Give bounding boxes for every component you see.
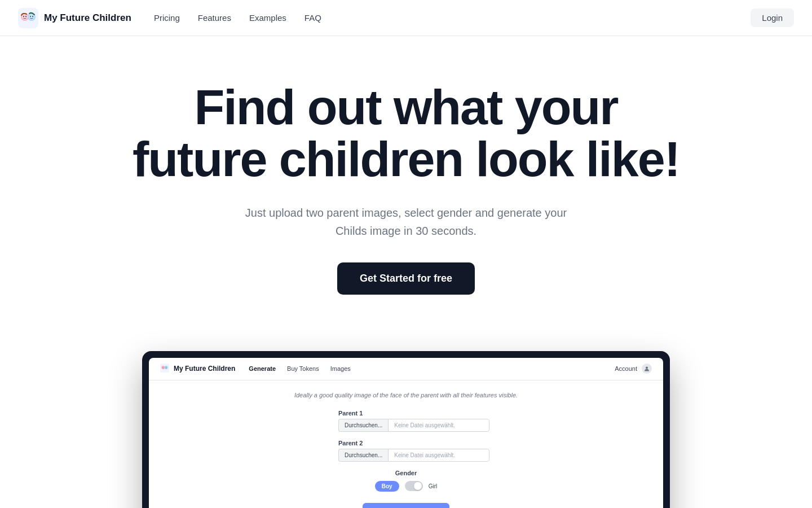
cta-button[interactable]: Get Started for free <box>337 262 475 295</box>
hero-subtitle-line1: Just upload two parent images, select ge… <box>245 207 567 219</box>
parent1-file-placeholder: Keine Datei ausgewählt. <box>388 419 489 432</box>
svg-point-6 <box>25 16 27 17</box>
hero-title: Find out what your future children look … <box>124 81 688 186</box>
svg-point-8 <box>32 16 33 17</box>
app-nav-generate[interactable]: Generate <box>249 365 276 372</box>
svg-point-11 <box>165 366 168 369</box>
gender-section: Gender Boy Girl <box>171 470 641 492</box>
app-preview-container: My Future Children Generate Buy Tokens I… <box>124 351 688 508</box>
hero-section: Find out what your future children look … <box>0 36 812 317</box>
nav-link-features[interactable]: Features <box>198 13 231 23</box>
app-nav-images[interactable]: Images <box>330 365 351 372</box>
brand-logo-container[interactable]: My Future Children <box>18 8 131 28</box>
preview-frame: My Future Children Generate Buy Tokens I… <box>142 351 670 508</box>
app-nav-links: Generate Buy Tokens Images <box>249 365 350 372</box>
hero-subtitle: Just upload two parent images, select ge… <box>18 204 794 240</box>
parent1-file-choose-btn[interactable]: Durchsuchen... <box>338 419 388 432</box>
svg-point-13 <box>164 367 164 367</box>
app-navbar-right: Account <box>615 364 652 374</box>
main-navbar: My Future Children Pricing Features Exam… <box>0 0 812 36</box>
nav-link-pricing[interactable]: Pricing <box>154 13 180 23</box>
svg-point-10 <box>161 366 165 369</box>
parent2-file-input-row: Durchsuchen... Keine Datei ausgewählt. <box>338 449 489 462</box>
nav-links-container: Pricing Features Examples FAQ <box>154 13 321 23</box>
gender-boy-tag: Boy <box>375 481 399 492</box>
parent2-label: Parent 2 <box>338 440 489 446</box>
svg-point-5 <box>23 16 24 17</box>
parent2-file-choose-btn[interactable]: Durchsuchen... <box>338 449 388 462</box>
nav-link-examples[interactable]: Examples <box>249 13 286 23</box>
gender-girl-text: Girl <box>429 483 438 489</box>
app-form-content: Ideally a good quality image of the face… <box>149 380 663 508</box>
svg-point-15 <box>166 367 167 367</box>
svg-point-12 <box>162 367 163 367</box>
brand-name-text: My Future Children <box>44 12 131 24</box>
app-nav-buy-tokens[interactable]: Buy Tokens <box>287 365 319 372</box>
parent1-form-group: Parent 1 Durchsuchen... Keine Datei ausg… <box>338 410 489 432</box>
login-button[interactable]: Login <box>751 8 794 27</box>
hero-subtitle-line2: Childs image in 30 seconds. <box>336 225 476 237</box>
gender-toggle-row: Boy Girl <box>375 481 437 492</box>
gender-label: Gender <box>395 470 417 476</box>
svg-point-14 <box>165 367 166 367</box>
app-brand-logo-icon <box>160 364 169 374</box>
navbar-right: Login <box>751 8 794 27</box>
app-account-icon[interactable] <box>642 364 652 374</box>
form-section: Parent 1 Durchsuchen... Keine Datei ausg… <box>338 410 474 470</box>
generate-image-button[interactable]: Generate Image <box>363 503 449 508</box>
app-brand: My Future Children <box>160 364 235 374</box>
brand-logo-icon <box>18 8 38 28</box>
preview-inner: My Future Children Generate Buy Tokens I… <box>149 358 663 508</box>
parent1-label: Parent 1 <box>338 410 489 417</box>
parent2-form-group: Parent 2 Durchsuchen... Keine Datei ausg… <box>338 440 489 462</box>
app-navbar: My Future Children Generate Buy Tokens I… <box>149 358 663 380</box>
app-account-label[interactable]: Account <box>615 365 637 372</box>
parent1-file-input-row: Durchsuchen... Keine Datei ausgewählt. <box>338 419 489 432</box>
nav-link-faq[interactable]: FAQ <box>304 13 321 23</box>
app-brand-name: My Future Children <box>174 365 235 373</box>
svg-point-7 <box>30 16 31 17</box>
app-description: Ideally a good quality image of the face… <box>171 392 641 398</box>
svg-point-16 <box>646 367 648 369</box>
gender-toggle-switch[interactable] <box>405 481 423 491</box>
parent2-file-placeholder: Keine Datei ausgewählt. <box>388 449 489 462</box>
